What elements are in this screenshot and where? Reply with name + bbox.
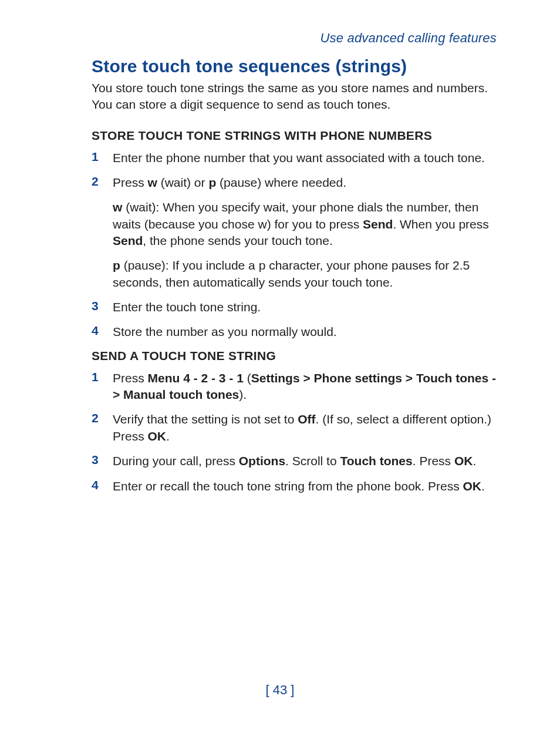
step-text: , the phone sends your touch tone. bbox=[143, 234, 332, 247]
intro-paragraph: You store touch tone strings the same as… bbox=[92, 80, 497, 113]
step-text: ( bbox=[244, 371, 251, 385]
key-ok: OK bbox=[463, 479, 482, 493]
key-p: p bbox=[113, 258, 120, 272]
list-item: 2 Verify that the setting is not set to … bbox=[92, 411, 497, 445]
list-item: 1 Press Menu 4 - 2 - 3 - 1 (Settings > P… bbox=[92, 370, 497, 404]
step-text: Press bbox=[113, 176, 148, 189]
step-text: . bbox=[473, 454, 476, 468]
step-body: Enter the phone number that you want ass… bbox=[113, 150, 485, 166]
step-text: . bbox=[166, 429, 170, 443]
step-text: Verify that the setting is not set to bbox=[113, 412, 298, 426]
step-number: 3 bbox=[92, 453, 101, 469]
step-text: (pause): If you include a p character, y… bbox=[113, 258, 470, 288]
step-number: 3 bbox=[92, 299, 101, 315]
step-number: 1 bbox=[92, 150, 101, 166]
page-title: Store touch tone sequences (strings) bbox=[92, 56, 497, 76]
step-text: ). bbox=[239, 388, 247, 401]
page-number: [ 43 ] bbox=[0, 682, 560, 698]
key-p: p bbox=[208, 176, 216, 189]
step-text: Store the number as you normally would. bbox=[113, 325, 337, 338]
step-number: 2 bbox=[92, 174, 101, 291]
step-body: Press Menu 4 - 2 - 3 - 1 (Settings > Pho… bbox=[113, 370, 497, 404]
step-body: Press w (wait) or p (pause) where needed… bbox=[113, 174, 497, 291]
steps-send: 1 Press Menu 4 - 2 - 3 - 1 (Settings > P… bbox=[92, 370, 497, 495]
running-head: Use advanced calling features bbox=[92, 31, 497, 46]
step-text: . Scroll to bbox=[285, 454, 340, 468]
key-send: Send bbox=[363, 217, 393, 231]
subheading-send: SEND A TOUCH TONE STRING bbox=[92, 349, 497, 363]
step-text: Press bbox=[113, 371, 148, 385]
step-text: (wait) or bbox=[157, 176, 209, 189]
list-item: 3 During your call, press Options. Scrol… bbox=[92, 453, 497, 469]
step-number: 2 bbox=[92, 411, 101, 445]
key-options: Options bbox=[239, 454, 285, 468]
list-item: 1 Enter the phone number that you want a… bbox=[92, 150, 497, 166]
subheading-store: STORE TOUCH TONE STRINGS WITH PHONE NUMB… bbox=[92, 129, 497, 143]
step-body: Enter the touch tone string. bbox=[113, 299, 261, 315]
step-text: . bbox=[481, 479, 485, 493]
step-text: . Press bbox=[413, 454, 454, 468]
step-number: 4 bbox=[92, 478, 101, 495]
manual-page: Use advanced calling features Store touc… bbox=[0, 0, 560, 733]
key-send: Send bbox=[113, 234, 143, 247]
step-number: 4 bbox=[92, 324, 101, 340]
key-off: Off bbox=[298, 412, 315, 426]
step-body: During your call, press Options. Scroll … bbox=[113, 453, 476, 469]
key-touch-tones: Touch tones bbox=[340, 454, 412, 468]
step-text: Enter the phone number that you want ass… bbox=[113, 151, 485, 164]
step-text: . When you press bbox=[393, 217, 488, 231]
step-text: Enter the touch tone string. bbox=[113, 300, 261, 314]
step-text: During your call, press bbox=[113, 454, 239, 468]
list-item: 4 Enter or recall the touch tone string … bbox=[92, 478, 497, 495]
step-body: Enter or recall the touch tone string fr… bbox=[113, 478, 485, 495]
list-item: 4 Store the number as you normally would… bbox=[92, 324, 497, 340]
step-body: Store the number as you normally would. bbox=[113, 324, 337, 340]
key-w: w bbox=[113, 200, 122, 214]
step-body: Verify that the setting is not set to Of… bbox=[113, 411, 497, 445]
list-item: 3 Enter the touch tone string. bbox=[92, 299, 497, 315]
key-ok: OK bbox=[454, 454, 473, 468]
list-item: 2 Press w (wait) or p (pause) where need… bbox=[92, 174, 497, 291]
step-text: Enter or recall the touch tone string fr… bbox=[113, 479, 463, 493]
key-ok: OK bbox=[148, 429, 167, 443]
step-number: 1 bbox=[92, 370, 101, 404]
step-text: (pause) where needed. bbox=[216, 176, 346, 189]
steps-store: 1 Enter the phone number that you want a… bbox=[92, 150, 497, 341]
key-w: w bbox=[148, 176, 157, 189]
menu-path: Menu 4 - 2 - 3 - 1 bbox=[148, 371, 244, 385]
